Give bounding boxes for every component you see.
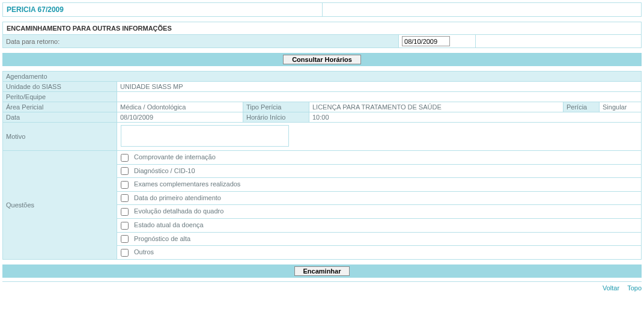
questao-checkbox-1[interactable] bbox=[121, 167, 129, 175]
header-table: PERICIA 67/2009 bbox=[2, 2, 642, 17]
questao-row-5: Estado atual da doença bbox=[117, 218, 642, 232]
questao-row-1: Diagnóstico / CID-10 bbox=[117, 164, 642, 178]
section-heading: ENCAMINHAMENTO PARA OUTRAS INFORMAÇÕES bbox=[3, 22, 642, 35]
footer-links: Voltar Topo bbox=[2, 281, 642, 292]
tipo-label: Tipo Perícia bbox=[243, 102, 309, 112]
retorno-blank bbox=[475, 35, 641, 48]
questao-label-1: Diagnóstico / CID-10 bbox=[134, 167, 195, 174]
topo-link[interactable]: Topo bbox=[627, 284, 642, 292]
unidade-value: UNIDADE SIASS MP bbox=[117, 82, 642, 92]
header-blank bbox=[322, 3, 642, 17]
data-value: 08/10/2009 bbox=[117, 112, 243, 123]
pericia-value: Singular bbox=[600, 102, 642, 112]
questao-checkbox-4[interactable] bbox=[121, 208, 129, 216]
questao-row-2: Exames complementares realizados bbox=[117, 178, 642, 192]
questao-checkbox-2[interactable] bbox=[121, 181, 129, 189]
consultar-bar: Consultar Horários bbox=[2, 53, 642, 66]
page-title: PERICIA 67/2009 bbox=[3, 3, 323, 17]
perito-value bbox=[117, 92, 642, 102]
motivo-label: Motivo bbox=[3, 123, 117, 151]
unidade-label: Unidade do SIASS bbox=[3, 82, 117, 92]
questoes-label: Questões bbox=[3, 151, 117, 260]
questao-checkbox-3[interactable] bbox=[121, 194, 129, 202]
agendamento-table: Agendamento Unidade do SIASS UNIDADE SIA… bbox=[2, 71, 642, 260]
agendamento-heading: Agendamento bbox=[3, 72, 642, 82]
questao-label-6: Prognóstico de alta bbox=[134, 235, 190, 242]
questao-checkbox-0[interactable] bbox=[121, 154, 129, 162]
horario-value: 10:00 bbox=[309, 112, 642, 123]
questao-label-7: Outros bbox=[134, 248, 154, 255]
data-label: Data bbox=[3, 112, 117, 123]
questao-checkbox-6[interactable] bbox=[121, 235, 129, 243]
section-table: ENCAMINHAMENTO PARA OUTRAS INFORMAÇÕES D… bbox=[2, 22, 642, 48]
voltar-link[interactable]: Voltar bbox=[603, 284, 619, 292]
consultar-horarios-button[interactable]: Consultar Horários bbox=[283, 55, 361, 64]
questao-checkbox-7[interactable] bbox=[121, 249, 129, 257]
questao-row-7: Outros bbox=[117, 246, 642, 260]
area-label: Área Pericial bbox=[3, 102, 117, 112]
questao-row-3: Data do primeiro atendimento bbox=[117, 191, 642, 205]
questao-row-0: Comprovante de internação bbox=[117, 151, 642, 165]
encaminhar-button[interactable]: Encaminhar bbox=[294, 266, 350, 276]
horario-label: Horário Início bbox=[243, 112, 309, 123]
pericia-label: Perícia bbox=[564, 102, 600, 112]
questao-label-2: Exames complementares realizados bbox=[134, 180, 240, 188]
questao-label-3: Data do primeiro atendimento bbox=[134, 194, 221, 201]
retorno-date-input[interactable] bbox=[402, 36, 450, 46]
encaminhar-bar: Encaminhar bbox=[2, 264, 642, 278]
questao-row-6: Prognóstico de alta bbox=[117, 232, 642, 246]
questao-checkbox-5[interactable] bbox=[121, 222, 129, 230]
retorno-label: Data para retorno: bbox=[3, 35, 399, 48]
perito-label: Perito/Equipe bbox=[3, 92, 117, 102]
motivo-textarea[interactable] bbox=[121, 125, 289, 147]
area-value: Médica / Odontológica bbox=[117, 102, 243, 112]
questao-row-4: Evolução detalhada do quadro bbox=[117, 205, 642, 219]
questao-label-4: Evolução detalhada do quadro bbox=[134, 207, 223, 215]
questao-label-5: Estado atual da doença bbox=[134, 221, 204, 228]
tipo-value: LICENÇA PARA TRATAMENTO DE SAÚDE bbox=[309, 102, 564, 112]
questao-label-0: Comprovante de internação bbox=[134, 153, 216, 161]
